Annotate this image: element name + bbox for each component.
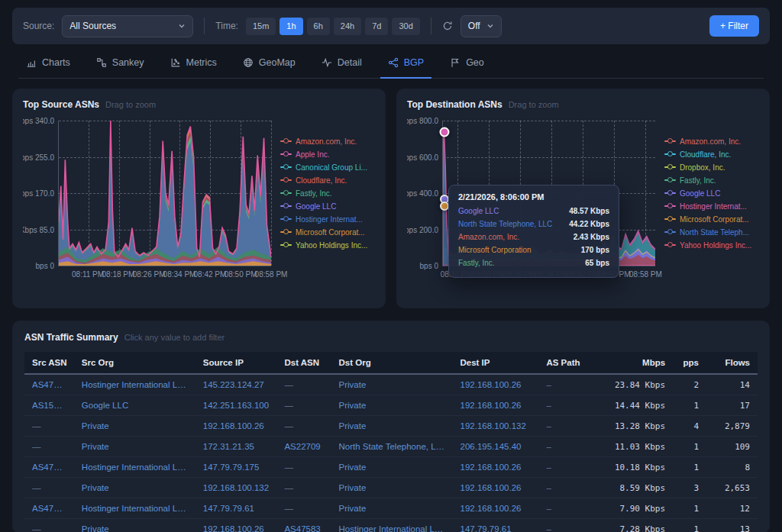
cell-dest_ip[interactable]: 192.168.100.26 xyxy=(453,498,539,519)
cell-dst_asn[interactable]: AS22709 xyxy=(276,437,331,457)
cell-pps[interactable]: 1 xyxy=(673,457,706,478)
column-header-flows[interactable]: Flows xyxy=(706,352,758,374)
cell-mbps[interactable]: 23.84 Kbps xyxy=(599,374,673,395)
cell-dest_ip[interactable]: 192.168.100.26 xyxy=(453,457,539,478)
cell-src_asn[interactable]: AS15169 xyxy=(24,395,74,416)
time-button-15m[interactable]: 15m xyxy=(246,18,276,35)
cell-src_asn[interactable]: AS47583 xyxy=(24,498,74,519)
legend-item[interactable]: Yahoo Holdings Inc... xyxy=(664,241,761,250)
column-header-pps[interactable]: pps xyxy=(673,352,706,374)
legend-item[interactable]: Amazon.com, Inc. xyxy=(664,137,761,146)
cell-mbps[interactable]: 10.18 Kbps xyxy=(599,457,673,478)
column-header-as_path[interactable]: AS Path xyxy=(538,352,599,374)
legend-item[interactable]: Fastly, Inc. xyxy=(280,189,376,198)
cell-pps[interactable]: 4 xyxy=(673,416,706,437)
refresh-icon[interactable] xyxy=(442,21,453,31)
column-header-dest_ip[interactable]: Dest IP xyxy=(453,352,539,374)
legend-item[interactable]: Google LLC xyxy=(280,202,376,211)
legend-item[interactable]: Dropbox, Inc. xyxy=(664,163,761,172)
cell-dest_ip[interactable]: 192.168.100.132 xyxy=(453,416,539,437)
cell-flows[interactable]: 109 xyxy=(706,437,758,457)
filter-button[interactable]: + Filter xyxy=(709,15,759,37)
tab-metrics[interactable]: Metrics xyxy=(163,54,225,79)
cell-src_org[interactable]: Private xyxy=(74,519,196,532)
cell-mbps[interactable]: 13.28 Kbps xyxy=(599,416,673,437)
cell-src_org[interactable]: Private xyxy=(74,437,196,457)
cell-flows[interactable]: 8 xyxy=(706,457,758,478)
legend-item[interactable]: Yahoo Holdings Inc... xyxy=(280,241,376,250)
time-button-1h[interactable]: 1h xyxy=(280,18,302,35)
time-button-30d[interactable]: 30d xyxy=(392,18,419,35)
cell-dst_org[interactable]: North State Telephone, LLC xyxy=(331,437,453,457)
cell-dst_org[interactable]: Private xyxy=(331,498,453,519)
column-header-source_ip[interactable]: Source IP xyxy=(196,352,277,374)
tab-bgp[interactable]: BGP xyxy=(380,54,431,79)
cell-src_asn[interactable]: AS47583 xyxy=(24,457,74,478)
cell-dest_ip[interactable]: 206.195.145.40 xyxy=(453,437,539,457)
cell-dst_asn[interactable]: AS47583 xyxy=(276,519,331,532)
tab-geomap[interactable]: GeoMap xyxy=(235,54,303,79)
cell-source_ip[interactable]: 192.168.100.26 xyxy=(196,416,277,437)
time-button-24h[interactable]: 24h xyxy=(334,18,361,35)
refresh-interval-select[interactable]: Off xyxy=(460,15,502,37)
column-header-src_asn[interactable]: Src ASN xyxy=(24,352,74,374)
column-header-dst_org[interactable]: Dst Org xyxy=(331,352,453,374)
cell-pps[interactable]: 1 xyxy=(673,395,706,416)
cell-pps[interactable]: 3 xyxy=(673,478,706,498)
tab-sankey[interactable]: Sankey xyxy=(89,54,152,79)
cell-pps[interactable]: 1 xyxy=(673,519,706,532)
cell-flows[interactable]: 12 xyxy=(706,498,758,519)
cell-flows[interactable]: 2,879 xyxy=(706,416,758,437)
cell-source_ip[interactable]: 142.251.163.100 xyxy=(196,395,277,416)
legend-item[interactable]: Amazon.com, Inc. xyxy=(280,137,376,146)
tab-detail[interactable]: Detail xyxy=(314,54,370,79)
cell-src_org[interactable]: Hostinger International Limited xyxy=(74,457,196,478)
cell-src_org[interactable]: Google LLC xyxy=(74,395,196,416)
cell-dst_org[interactable]: Private xyxy=(331,457,453,478)
cell-dst_org[interactable]: Private xyxy=(331,374,453,395)
cell-source_ip[interactable]: 192.168.100.132 xyxy=(196,478,277,498)
cell-src_org[interactable]: Private xyxy=(74,416,196,437)
cell-mbps[interactable]: 7.90 Kbps xyxy=(599,498,673,519)
legend-item[interactable]: Google LLC xyxy=(664,189,761,198)
cell-pps[interactable]: 2 xyxy=(673,374,706,395)
tab-charts[interactable]: Charts xyxy=(18,54,78,79)
legend-item[interactable]: Fastly, Inc. xyxy=(664,176,761,185)
cell-src_asn[interactable]: AS47583 xyxy=(24,374,74,395)
cell-dest_ip[interactable]: 192.168.100.26 xyxy=(453,374,539,395)
cell-flows[interactable]: 14 xyxy=(706,374,758,395)
column-header-dst_asn[interactable]: Dst ASN xyxy=(276,352,331,374)
cell-dst_org[interactable]: Hostinger International Limited xyxy=(331,519,453,532)
legend-item[interactable]: Microsoft Corporat... xyxy=(664,215,761,224)
legend-item[interactable]: Cloudflare, Inc. xyxy=(280,176,376,185)
legend-item[interactable]: Hostinger Internat... xyxy=(664,202,761,211)
cell-mbps[interactable]: 14.44 Kbps xyxy=(599,395,673,416)
cell-source_ip[interactable]: 192.168.100.26 xyxy=(196,519,277,532)
column-header-src_org[interactable]: Src Org xyxy=(74,352,196,374)
cell-flows[interactable]: 17 xyxy=(706,395,758,416)
legend-item[interactable]: Hostinger Internat... xyxy=(280,215,376,224)
legend-item[interactable]: Cloudflare, Inc. xyxy=(664,150,761,159)
legend-item[interactable]: North State Teleph... xyxy=(664,228,761,237)
cell-pps[interactable]: 1 xyxy=(673,437,706,457)
cell-dest_ip[interactable]: 192.168.100.26 xyxy=(453,395,539,416)
cell-source_ip[interactable]: 172.31.21.35 xyxy=(196,437,277,457)
cell-mbps[interactable]: 8.59 Kbps xyxy=(599,478,673,498)
cell-mbps[interactable]: 7.28 Kbps xyxy=(599,519,673,532)
cell-dst_org[interactable]: Private xyxy=(331,478,453,498)
cell-pps[interactable]: 1 xyxy=(673,498,706,519)
time-button-7d[interactable]: 7d xyxy=(365,18,388,35)
tab-geo[interactable]: Geo xyxy=(442,54,492,79)
cell-dest_ip[interactable]: 147.79.79.61 xyxy=(453,519,539,532)
column-header-mbps[interactable]: Mbps xyxy=(599,352,673,374)
cell-src_org[interactable]: Hostinger International Limited xyxy=(74,374,196,395)
cell-dst_org[interactable]: Private xyxy=(331,416,453,437)
cell-src_org[interactable]: Hostinger International Limited xyxy=(74,498,196,519)
chart-plot[interactable] xyxy=(58,121,271,266)
cell-source_ip[interactable]: 147.79.79.61 xyxy=(196,498,277,519)
cell-dst_org[interactable]: Private xyxy=(331,395,453,416)
source-select[interactable]: All Sources xyxy=(62,15,193,37)
legend-item[interactable]: Apple Inc. xyxy=(280,150,376,159)
legend-item[interactable]: Microsoft Corporat... xyxy=(280,228,376,237)
cell-flows[interactable]: 2,653 xyxy=(706,478,758,498)
